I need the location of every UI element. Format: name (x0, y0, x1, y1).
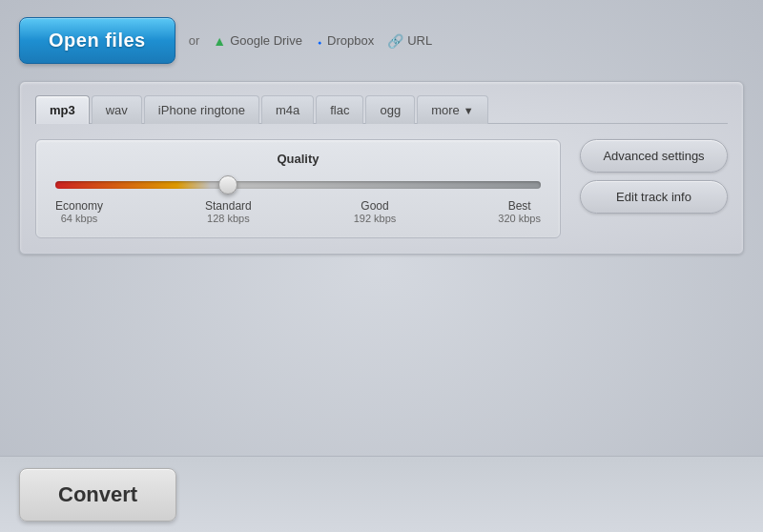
url-label: URL (407, 33, 432, 48)
tab-mp3[interactable]: mp3 (35, 95, 90, 124)
convert-button[interactable]: Convert (19, 468, 176, 522)
tab-flac[interactable]: flac (316, 95, 363, 124)
quality-slider-container (55, 177, 541, 192)
quality-area: Quality Economy 64 kbps Standard 128 kbp… (35, 139, 728, 238)
bottom-bar: Convert (0, 456, 763, 532)
quality-label-best: Best 320 kbps (498, 199, 541, 224)
top-bar: Open files or ▲ Google Drive ⬩ Dropbox 🔗… (19, 17, 744, 64)
google-drive-link[interactable]: ▲ Google Drive (213, 33, 302, 49)
tab-wav[interactable]: wav (92, 95, 142, 124)
quality-label-good: Good 192 kbps (354, 199, 397, 224)
quality-panel: Quality Economy 64 kbps Standard 128 kbp… (35, 139, 561, 238)
or-text: or (189, 33, 200, 48)
quality-labels: Economy 64 kbps Standard 128 kbps Good 1… (55, 199, 541, 224)
tab-ogg[interactable]: ogg (365, 95, 415, 124)
google-drive-label: Google Drive (230, 33, 302, 48)
quality-label-economy: Economy 64 kbps (55, 199, 103, 224)
tab-iphone-ringtone[interactable]: iPhone ringtone (144, 95, 259, 124)
dropbox-icon: ⬩ (316, 33, 323, 49)
link-icon: 🔗 (387, 33, 403, 49)
content-panel: mp3 wav iPhone ringtone m4a flac ogg mor… (19, 81, 744, 255)
tab-more[interactable]: more ▼ (417, 95, 488, 124)
cloud-links: ▲ Google Drive ⬩ Dropbox 🔗 URL (213, 33, 432, 49)
chevron-down-icon: ▼ (464, 105, 474, 116)
right-buttons: Advanced settings Edit track info (580, 139, 728, 214)
quality-label-standard: Standard 128 kbps (205, 199, 252, 224)
advanced-settings-button[interactable]: Advanced settings (580, 139, 728, 173)
url-link[interactable]: 🔗 URL (387, 33, 432, 49)
tab-m4a[interactable]: m4a (261, 95, 314, 124)
dropbox-label: Dropbox (327, 33, 374, 48)
quality-title: Quality (55, 152, 541, 166)
edit-track-info-button[interactable]: Edit track info (580, 180, 728, 214)
open-files-button[interactable]: Open files (19, 17, 175, 64)
quality-slider[interactable] (55, 181, 541, 189)
format-tabs: mp3 wav iPhone ringtone m4a flac ogg mor… (35, 95, 728, 124)
google-drive-icon: ▲ (213, 33, 226, 49)
dropbox-link[interactable]: ⬩ Dropbox (316, 33, 374, 49)
